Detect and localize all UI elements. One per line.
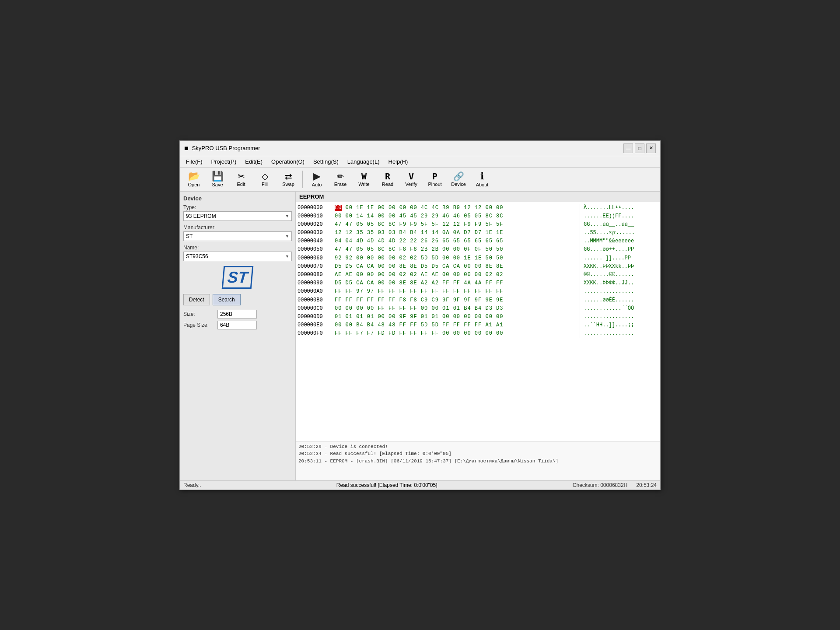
type-select-wrapper: 93 EEPROM (183, 211, 292, 221)
minimize-button[interactable]: — (623, 144, 633, 153)
title-bar-left: ■ SkyPRO USB Programmer (184, 144, 260, 152)
menu-help[interactable]: Help(H) (384, 157, 413, 166)
about-button[interactable]: ℹ About (471, 169, 494, 189)
log-line: 20:53:11 - EEPROM - [crash.BIN] [06/11/2… (298, 458, 658, 465)
close-button[interactable]: ✕ (646, 144, 656, 153)
status-ready: Ready.. (183, 482, 201, 488)
toolbar-sep-1 (302, 171, 303, 188)
main-content: Device Type: 93 EEPROM Manufacturer: ST (180, 192, 660, 480)
page-size-input[interactable] (217, 321, 257, 329)
edit-icon: ✂ (238, 172, 245, 181)
hex-ascii: ......øøÉÉ...... (580, 296, 658, 304)
write-label: Write (358, 182, 369, 187)
fill-button[interactable]: ◇ Fill (253, 170, 276, 189)
checksum-display: Checksum: 00006832H (573, 482, 627, 488)
edit-label: Edit (237, 182, 245, 187)
st-logo: ST (222, 266, 254, 289)
read-button[interactable]: R Read (376, 170, 399, 189)
hex-row: 000000A0FF FF 97 97 FF FF FF FF FF FF FF… (298, 287, 658, 296)
about-icon: ℹ (480, 172, 484, 181)
auto-icon: ▶ (313, 172, 321, 181)
edit-button[interactable]: ✂ Edit (230, 170, 252, 189)
pinout-button[interactable]: P Pinout (424, 170, 446, 189)
hex-row: 000000B0FF FF FF FF FF FF F8 F8 C9 C9 9F… (298, 296, 658, 304)
hex-bytes: 00 00 14 14 00 00 45 45 29 29 46 46 05 0… (335, 212, 578, 220)
hex-ascii: ............´´ÓÓ (580, 304, 658, 313)
menu-operation[interactable]: Operation(O) (267, 157, 309, 166)
about-label: About (476, 182, 489, 187)
auto-button[interactable]: ▶ Auto (305, 169, 328, 189)
menu-edit[interactable]: Edit(E) (241, 157, 267, 166)
size-fields: Size: Page Size: (183, 310, 292, 329)
hex-bytes: 04 04 4D 4D 4D 4D 22 22 26 26 65 65 65 6… (335, 237, 578, 245)
hex-address: 00000070 (298, 262, 335, 271)
hex-ascii: GG....øø++....PP (580, 245, 658, 254)
app-title: SkyPRO USB Programmer (192, 145, 260, 151)
device-section-label: Device (183, 195, 292, 202)
hex-address: 00000090 (298, 279, 335, 287)
save-button[interactable]: 💾 Save (206, 169, 229, 189)
hex-ascii: ...... ]]....PP (580, 254, 658, 262)
search-button[interactable]: Search (213, 294, 241, 305)
status-right: Checksum: 00006832H 20:53:24 (573, 482, 657, 488)
main-window: ■ SkyPRO USB Programmer — □ ✕ File(F) Pr… (179, 140, 661, 490)
hex-address: 000000D0 (298, 313, 335, 321)
app-icon: ■ (184, 144, 189, 152)
detect-button[interactable]: Detect (183, 294, 210, 305)
erase-label: Erase (334, 182, 347, 187)
hex-ascii: ................ (580, 329, 658, 338)
page-size-label: Page Size: (183, 322, 215, 328)
hex-viewer[interactable]: 00000000C0 00 1E 1E 00 00 00 00 4C 4C B9… (296, 202, 660, 441)
name-select-wrapper: ST93C56 (183, 252, 292, 261)
write-button[interactable]: W Write (353, 170, 375, 189)
manufacturer-select[interactable]: ST (183, 231, 292, 241)
hex-address: 00000010 (298, 212, 335, 220)
hex-row: 000000C000 00 00 00 FF FF FF FF 00 00 01… (298, 304, 658, 313)
menu-setting[interactable]: Setting(S) (309, 157, 343, 166)
type-group: Type: 93 EEPROM (183, 204, 292, 221)
hex-bytes: D5 D5 CA CA 00 00 8E 8E A2 A2 FF FF 4A 4… (335, 279, 578, 287)
action-buttons: Detect Search (183, 294, 292, 305)
title-bar-controls: — □ ✕ (623, 144, 656, 153)
hex-ascii: ®®......®®...... (580, 271, 658, 279)
hex-row: 000000D001 01 01 01 00 00 9F 9F 01 01 00… (298, 313, 658, 321)
device-button[interactable]: 🔗 Device (447, 170, 470, 189)
hex-row: 000000E000 00 B4 B4 48 48 FF FF 5D 5D FF… (298, 321, 658, 329)
erase-button[interactable]: ✏ Erase (329, 170, 352, 189)
status-center: Read successful! [Elapsed Time: 0:0'00"0… (336, 482, 438, 488)
name-select[interactable]: ST93C56 (183, 252, 292, 261)
verify-button[interactable]: V Verify (400, 170, 423, 189)
maximize-button[interactable]: □ (635, 144, 644, 153)
hex-bytes: 00 00 00 00 FF FF FF FF 00 00 01 01 B4 B… (335, 304, 578, 313)
log-area: 20:52:29 - Device is connected!20:52:34 … (296, 441, 660, 480)
menu-project[interactable]: Project(P) (207, 157, 241, 166)
swap-button[interactable]: ⇄ Swap (277, 170, 300, 189)
hex-row: 00000090D5 D5 CA CA 00 00 8E 8E A2 A2 FF… (298, 279, 658, 287)
open-label: Open (188, 182, 200, 187)
logo-area: ST (183, 266, 292, 290)
open-icon: 📂 (188, 172, 200, 181)
hex-row: 0000005047 47 05 05 8C 8C F8 F8 2B 2B 00… (298, 245, 658, 254)
hex-bytes: AE AE 00 00 00 00 02 02 AE AE 00 00 00 0… (335, 271, 578, 279)
type-select[interactable]: 93 EEPROM (183, 211, 292, 221)
hex-ascii: ......EE))FF.... (580, 212, 658, 220)
menu-file[interactable]: File(F) (182, 157, 207, 166)
size-input[interactable] (217, 310, 257, 318)
erase-icon: ✏ (337, 172, 344, 181)
size-row: Size: (183, 310, 292, 318)
open-button[interactable]: 📂 Open (182, 169, 205, 189)
toolbar: 📂 Open 💾 Save ✂ Edit ◇ Fill ⇄ Swap ▶ Aut… (180, 168, 660, 192)
manufacturer-label: Manufacturer: (183, 224, 292, 231)
hex-address: 00000050 (298, 245, 335, 254)
hex-ascii: ..MMMM""&&eeeeee (580, 237, 658, 245)
hex-row: 000000F0FF FF F7 F7 FD FD FF FF FF FF 00… (298, 329, 658, 338)
menu-language[interactable]: Language(L) (343, 157, 384, 166)
hex-row: 00000070D5 D5 CA CA 00 00 8E 8E D5 D5 CA… (298, 262, 658, 271)
hex-ascii: ..´´HH..]]....¡¡ (580, 321, 658, 329)
hex-ascii: ................ (580, 313, 658, 321)
save-label: Save (212, 182, 223, 187)
hex-bytes: FF FF 97 97 FF FF FF FF FF FF FF FF FF F… (335, 287, 578, 296)
hex-bytes: 01 01 01 01 00 00 9F 9F 01 01 00 00 00 0… (335, 313, 578, 321)
pinout-icon: P (432, 172, 438, 181)
verify-label: Verify (405, 182, 417, 187)
